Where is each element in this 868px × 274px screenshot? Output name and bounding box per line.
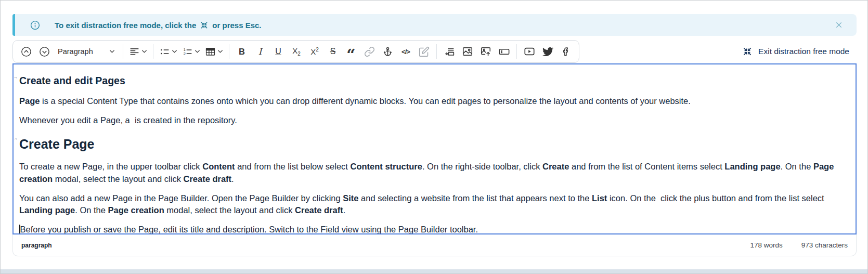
italic-button[interactable]: I xyxy=(252,44,268,59)
text-alignment-button[interactable] xyxy=(128,44,148,59)
anchor-icon xyxy=(382,46,393,57)
paragraph: You can also add a new Page in the Page … xyxy=(19,192,850,216)
underline-button[interactable]: U xyxy=(270,44,286,59)
banner-message: To exit distraction free mode, click the… xyxy=(55,21,262,30)
link-button[interactable] xyxy=(361,44,377,59)
insert-image-button[interactable] xyxy=(460,44,475,59)
media-embed-button[interactable] xyxy=(522,44,537,59)
banner-text-after: or press Esc. xyxy=(212,21,261,30)
anchor-button[interactable] xyxy=(380,44,395,59)
insert-block-icon xyxy=(444,46,455,57)
collapse-icon xyxy=(742,46,753,57)
underline-icon: U xyxy=(275,47,281,56)
text-field-icon xyxy=(498,46,510,58)
block-breadcrumb: paragraph xyxy=(21,242,52,249)
bottom-edge-strip xyxy=(1,269,867,273)
heading-create-page: Create Page xyxy=(19,135,850,153)
code-block-icon: </> xyxy=(401,48,410,56)
facebook-icon xyxy=(561,46,571,57)
paragraph-style-value: Paragraph xyxy=(58,47,93,56)
svg-text:2: 2 xyxy=(184,51,186,56)
insert-block-button[interactable] xyxy=(442,44,457,59)
bulleted-list-button[interactable] xyxy=(158,44,178,59)
edit-pencil-icon xyxy=(419,46,430,57)
notification-banner: To exit distraction free mode, click the… xyxy=(12,14,857,36)
insert-table-button[interactable] xyxy=(204,44,224,59)
strikethrough-button[interactable]: S xyxy=(325,44,341,59)
editor-status-bar: paragraph 178 words 973 characters xyxy=(12,234,857,256)
image-icon xyxy=(462,46,473,57)
collapse-icon xyxy=(200,21,209,30)
edit-button[interactable] xyxy=(416,44,432,59)
twitter-icon xyxy=(542,46,553,57)
toolbar-separator xyxy=(229,44,229,59)
move-block-up-button[interactable] xyxy=(18,44,34,59)
toolbar-separator xyxy=(123,44,123,59)
paragraph: Before you publish or save the Page, edi… xyxy=(19,224,850,234)
subscript-button[interactable]: X2 xyxy=(289,44,304,59)
exit-distraction-free-button[interactable]: Exit distraction free mode xyxy=(742,46,857,57)
chevron-down-icon xyxy=(141,49,147,54)
twitter-button[interactable] xyxy=(540,44,555,59)
toolbar-separator xyxy=(153,44,153,59)
chevron-down-circle-icon xyxy=(38,46,50,58)
text-field-button[interactable] xyxy=(496,44,512,59)
chevron-down-icon xyxy=(109,49,115,54)
word-count: 178 words xyxy=(750,241,782,249)
numbered-list-button[interactable]: 1 2 xyxy=(181,44,201,59)
facebook-button[interactable] xyxy=(558,44,574,59)
video-icon xyxy=(524,46,535,57)
block-quote-button[interactable]: “ xyxy=(343,44,359,59)
block-quote-icon: “ xyxy=(346,53,355,58)
paragraph-style-dropdown[interactable]: Paragraph xyxy=(55,44,118,59)
bold-icon: B xyxy=(239,47,245,57)
numbered-list-icon: 1 2 xyxy=(182,46,193,57)
code-block-button[interactable]: </> xyxy=(398,44,413,59)
paragraph: Whenever you edit a Page, a is created i… xyxy=(19,114,850,126)
chevron-down-icon xyxy=(217,49,223,54)
link-icon xyxy=(364,46,375,57)
bold-button[interactable]: B xyxy=(234,44,250,59)
distraction-free-editor: To exit distraction free mode, click the… xyxy=(0,0,868,274)
toolbar-separator xyxy=(436,44,437,59)
word-character-counts: 178 words 973 characters xyxy=(750,241,848,249)
superscript-button[interactable]: X2 xyxy=(307,44,322,59)
bulleted-list-icon xyxy=(159,46,170,57)
paragraph: Page is a special Content Type that cont… xyxy=(19,95,850,107)
heading-create-and-edit-pages: Create and edit Pages xyxy=(19,74,850,88)
move-block-down-button[interactable] xyxy=(36,44,52,59)
editor-toolbar: Paragraph xyxy=(12,40,579,63)
superscript-icon: X2 xyxy=(310,47,319,56)
toolbar-separator xyxy=(516,44,517,59)
subscript-icon: X2 xyxy=(292,46,301,57)
chevron-down-icon xyxy=(172,49,177,54)
image-upload-icon xyxy=(480,46,491,57)
editor-content-area[interactable]: Create and edit Pages Page is a special … xyxy=(12,63,857,234)
chevron-up-circle-icon xyxy=(20,46,32,58)
toolbar-row: Paragraph xyxy=(12,40,857,63)
italic-icon: I xyxy=(258,46,262,57)
paragraph: To create a new Page, in the upper toolb… xyxy=(19,161,850,185)
info-circle-icon xyxy=(30,20,41,31)
upload-image-button[interactable] xyxy=(478,44,494,59)
banner-text-before: To exit distraction free mode, click the xyxy=(55,21,196,30)
chevron-down-icon xyxy=(195,49,200,54)
strikethrough-icon: S xyxy=(330,47,336,56)
close-icon[interactable] xyxy=(833,19,845,31)
character-count: 973 characters xyxy=(801,241,848,249)
align-left-icon xyxy=(129,46,140,57)
exit-button-label: Exit distraction free mode xyxy=(758,47,849,56)
table-icon xyxy=(205,46,216,57)
